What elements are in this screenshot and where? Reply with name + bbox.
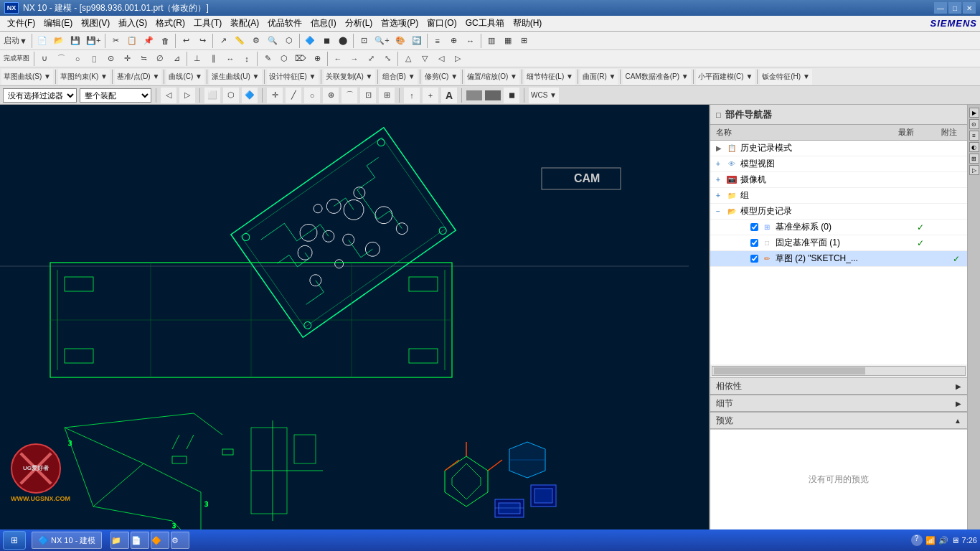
tb2-6[interactable]: ⊙ <box>103 51 118 67</box>
taskbar-icon-1[interactable]: 📁 <box>110 532 129 549</box>
circle-btn[interactable]: ○ <box>304 88 320 103</box>
sk-derived[interactable]: 派生曲线(U) ▼ <box>209 69 262 85</box>
tree-item-fixed-datum[interactable]: □ 固定基准平面 (1) ✓ <box>710 235 967 251</box>
menu-prefs[interactable]: 首选项(P) <box>377 16 423 31</box>
view-btn2[interactable]: ⬡ <box>223 88 239 103</box>
sk-combine[interactable]: 组合(B) ▼ <box>380 69 418 85</box>
render-shading[interactable]: ◼ <box>504 88 519 103</box>
tb-layers[interactable]: ≡ <box>430 33 446 49</box>
filter-btn2[interactable]: ▷ <box>179 88 195 103</box>
tree-item-groups[interactable]: + 📁 组 <box>710 188 967 204</box>
edge-btn-1[interactable]: ▶ <box>969 108 979 118</box>
tb2-7[interactable]: ✛ <box>119 51 135 67</box>
taskbar-icon-2[interactable]: 📄 <box>131 532 149 549</box>
open-button[interactable]: 📂 <box>51 33 67 49</box>
save-button[interactable]: 💾 <box>67 33 83 49</box>
tb2-19[interactable]: ← <box>330 51 346 67</box>
tb-more1[interactable]: ▥ <box>484 33 499 49</box>
arrow-up[interactable]: ↑ <box>404 88 420 103</box>
minimize-button[interactable]: — <box>934 2 947 14</box>
tb-dims[interactable]: ↔ <box>463 33 479 49</box>
edge-btn-5[interactable]: ⊞ <box>969 154 979 164</box>
save-all-button[interactable]: 💾+ <box>84 33 103 49</box>
tb2-10[interactable]: ⊿ <box>169 51 184 67</box>
tb2-18[interactable]: ⊕ <box>309 51 325 67</box>
tb2-2[interactable]: ∪ <box>37 51 52 67</box>
taskbar-item-nx[interactable]: 🔷 NX 10 - 建模 <box>32 532 102 549</box>
measure-button[interactable]: 📏 <box>232 33 248 49</box>
wcs-btn[interactable]: WCS ▼ <box>529 88 559 103</box>
tb-more3[interactable]: ⊞ <box>517 33 532 49</box>
new-button[interactable]: 📄 <box>34 33 50 49</box>
menu-window[interactable]: 窗口(O) <box>423 16 461 31</box>
scope-select[interactable]: 整个装配 <box>80 88 151 103</box>
select-button[interactable]: ↗ <box>215 33 231 49</box>
menu-info[interactable]: 信息(I) <box>306 16 340 31</box>
menu-insert[interactable]: 插入(S) <box>114 16 151 31</box>
menu-assembly[interactable]: 装配(A) <box>226 16 263 31</box>
filt-more1[interactable]: ⊡ <box>360 88 376 103</box>
undo-button[interactable]: ↩ <box>178 33 194 49</box>
view-btn1[interactable]: ⬜ <box>204 88 220 103</box>
tb2-22[interactable]: ⤡ <box>380 51 395 67</box>
tb2-24[interactable]: ▽ <box>417 51 433 67</box>
menu-analysis[interactable]: 分析(L) <box>341 16 377 31</box>
tree-item-sketch[interactable]: ✏ 草图 (2) "SKETCH_... ✓ <box>710 251 967 267</box>
sk-offset[interactable]: 偏置/缩放(O) ▼ <box>465 69 519 85</box>
edge-btn-3[interactable]: ≡ <box>969 131 979 141</box>
menu-ug[interactable]: 优品软件 <box>263 16 306 31</box>
redo-button[interactable]: ↪ <box>194 33 210 49</box>
viewport[interactable]: 3 3 3 <box>0 105 709 529</box>
sk-design[interactable]: 设计特征(E) ▼ <box>267 69 319 85</box>
sk-detail[interactable]: 细节特征(L) ▼ <box>524 69 575 85</box>
sk-curves[interactable]: 草图曲线(S) ▼ <box>1 69 53 85</box>
menu-tools[interactable]: 工具(T) <box>189 16 226 31</box>
color-btn2[interactable] <box>485 90 501 100</box>
tb2-1[interactable]: 完成草图 <box>1 51 32 67</box>
tree-item-model-history[interactable]: − 📂 模型历史记录 <box>710 204 967 220</box>
sk-constraint[interactable]: 草图约束(K) ▼ <box>58 69 110 85</box>
tb7[interactable]: ⬡ <box>281 33 297 49</box>
nav-scroll-bar[interactable] <box>712 366 966 376</box>
arrow-dn[interactable]: + <box>423 88 438 103</box>
menu-view[interactable]: 视图(V) <box>77 16 114 31</box>
zoom-in[interactable]: 🔍+ <box>372 33 391 49</box>
arc-btn[interactable]: ⌒ <box>341 88 357 103</box>
filter-btn1[interactable]: ◁ <box>161 88 176 103</box>
delete-button[interactable]: 🗑 <box>157 33 173 49</box>
start-button[interactable]: ⊞ <box>3 531 26 550</box>
copy-button[interactable]: 📋 <box>124 33 140 49</box>
tb2-11[interactable]: ⊥ <box>189 51 205 67</box>
move-btn[interactable]: ⊕ <box>323 88 339 103</box>
filt-more2[interactable]: ⊞ <box>379 88 395 103</box>
taskbar-icon-4[interactable]: ⚙ <box>171 532 189 549</box>
tree-item-model-views[interactable]: + 👁 模型视图 <box>710 156 967 172</box>
tb2-14[interactable]: ↕ <box>239 51 255 67</box>
part-nav-tree[interactable]: ▶ 📋 历史记录模式 + 👁 模型视图 + 📷 摄像机 + 📁 <box>710 141 967 364</box>
tb-more2[interactable]: ▦ <box>500 33 516 49</box>
tb2-23[interactable]: △ <box>400 51 416 67</box>
sk-sheet[interactable]: 钣金特征(H) ▼ <box>760 69 812 85</box>
tb2-12[interactable]: ∥ <box>206 51 222 67</box>
cut-button[interactable]: ✂ <box>108 33 123 49</box>
tb-snap[interactable]: ⊕ <box>446 33 462 49</box>
sk-surface[interactable]: 曲面(R) ▼ <box>580 69 618 85</box>
details-section[interactable]: 细节 ▶ <box>710 395 967 412</box>
menu-file[interactable]: 文件(F) <box>3 16 39 31</box>
edge-btn-6[interactable]: ▷ <box>969 165 979 175</box>
line-btn[interactable]: ╱ <box>286 88 301 103</box>
sk-assoc[interactable]: 关联复制(A) ▼ <box>324 69 375 85</box>
edge-btn-4[interactable]: ◐ <box>969 142 979 152</box>
menu-edit[interactable]: 编辑(E) <box>39 16 77 31</box>
tb9[interactable]: ◼ <box>319 33 334 49</box>
tb-render[interactable]: 🎨 <box>392 33 408 49</box>
close-button[interactable]: ✕ <box>963 2 976 14</box>
sk-datum[interactable]: 基准/点(D) ▼ <box>115 69 161 85</box>
tree-item-history-mode[interactable]: ▶ 📋 历史记录模式 <box>710 141 967 156</box>
paste-button[interactable]: 📌 <box>141 33 156 49</box>
edge-btn-2[interactable]: ⊙ <box>969 119 979 129</box>
snap-btn[interactable]: ✛ <box>267 88 283 103</box>
color-btn1[interactable] <box>466 90 482 100</box>
menu-gc[interactable]: GC工具箱 <box>461 16 509 31</box>
dependencies-section[interactable]: 相依性 ▶ <box>710 377 967 395</box>
